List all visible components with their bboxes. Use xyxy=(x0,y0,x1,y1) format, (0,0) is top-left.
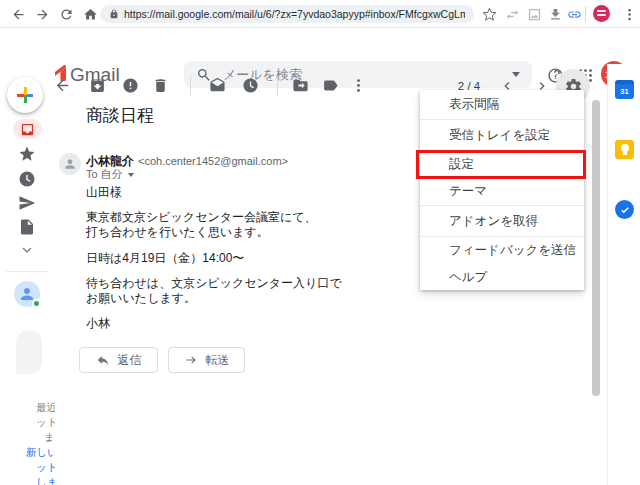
email-body-line: お願いいたします。 xyxy=(86,290,196,307)
browser-forward-icon[interactable] xyxy=(33,5,51,23)
email-body-line: 日時は4月19日（金）14:00〜 xyxy=(86,250,244,267)
extension-sync-icon[interactable] xyxy=(503,5,521,23)
menu-item-settings[interactable]: 設定 xyxy=(420,151,584,178)
back-to-inbox-icon[interactable] xyxy=(53,77,71,95)
keep-icon[interactable] xyxy=(615,140,634,159)
toolbar-separator xyxy=(277,76,278,96)
reply-label: 返信 xyxy=(118,352,142,369)
extension-red-badge-icon[interactable] xyxy=(593,5,610,22)
label-icon[interactable] xyxy=(321,77,339,95)
chat-text-line: ま xyxy=(44,431,55,445)
email-body-line: 山田様 xyxy=(86,184,122,201)
toolbar-separator xyxy=(585,6,586,22)
right-sidebar: 31 xyxy=(607,64,640,485)
compose-plus-icon xyxy=(17,87,33,103)
more-options-icon[interactable] xyxy=(349,77,367,95)
chat-text-line: 最近 xyxy=(36,401,55,415)
to-label: To 自分 xyxy=(86,167,123,182)
tasks-icon[interactable] xyxy=(615,200,634,219)
report-spam-icon[interactable] xyxy=(121,77,139,95)
draft-icon xyxy=(18,218,36,236)
browser-toolbar: https://mail.google.com/mail/u/6/?zx=7yv… xyxy=(0,0,640,28)
inbox-icon xyxy=(20,122,35,137)
online-status-dot xyxy=(32,299,41,308)
chat-contact-avatar[interactable] xyxy=(14,281,40,307)
chat-link-line[interactable]: 新しい xyxy=(26,446,55,460)
sidebar-item-drafts[interactable] xyxy=(18,218,36,236)
chat-panel-text: 最近 ット ま 新しい ット しま xyxy=(0,401,55,485)
address-bar[interactable]: https://mail.google.com/mail/u/6/?zx=7yv… xyxy=(100,5,474,23)
menu-item-get-addons[interactable]: アドオンを取得 xyxy=(420,206,584,236)
search-options-chevron-icon[interactable] xyxy=(512,72,520,77)
menu-item-display-density[interactable]: 表示間隔 xyxy=(420,90,584,119)
move-to-icon[interactable] xyxy=(291,77,309,95)
snooze-icon[interactable] xyxy=(241,77,259,95)
hangouts-watermark-icon xyxy=(16,330,42,374)
scrollbar-thumb[interactable] xyxy=(592,100,600,396)
sidebar-item-snoozed[interactable] xyxy=(18,170,36,188)
person-icon xyxy=(63,157,77,171)
forward-label: 転送 xyxy=(206,352,230,369)
sidebar-item-inbox[interactable] xyxy=(13,119,42,139)
email-body-line: 打ち合わせを行いたく思います。 xyxy=(86,224,269,241)
reply-icon xyxy=(96,353,110,367)
delete-icon[interactable] xyxy=(151,77,169,95)
menu-item-send-feedback[interactable]: フィードバックを送信 xyxy=(420,237,584,264)
settings-dropdown-menu: 表示間隔 受信トレイを設定 設定 テーマ アドオンを取得 フィードバックを送信 … xyxy=(420,90,584,290)
bookmark-star-icon[interactable] xyxy=(480,5,498,23)
gmail-screen: https://mail.google.com/mail/u/6/?zx=7yv… xyxy=(0,0,640,485)
sidebar-more-chevron-icon[interactable] xyxy=(18,241,36,259)
sender-address: <coh.center1452@gmail.com> xyxy=(138,155,288,167)
browser-reload-icon[interactable] xyxy=(57,5,75,23)
sidebar-item-sent[interactable] xyxy=(18,194,36,212)
recipient-row[interactable]: To 自分 xyxy=(86,167,134,182)
menu-item-themes[interactable]: テーマ xyxy=(420,178,584,205)
forward-icon xyxy=(184,353,198,367)
sidebar-item-starred[interactable] xyxy=(18,145,36,163)
toolbar-separator xyxy=(190,76,191,96)
email-subject: 商談日程 xyxy=(86,104,154,127)
mark-unread-icon[interactable] xyxy=(208,77,226,95)
gmail-header: Gmail メールを検索 太郎 xyxy=(0,28,640,64)
reply-button[interactable]: 返信 xyxy=(79,347,158,373)
menu-item-help[interactable]: ヘルプ xyxy=(420,264,584,290)
sender-avatar[interactable] xyxy=(59,153,81,175)
chat-link-line[interactable]: ット xyxy=(36,461,55,475)
sender-name: 小林龍介 xyxy=(86,154,134,168)
extension-image-icon[interactable] xyxy=(525,5,543,23)
compose-button[interactable] xyxy=(7,77,43,113)
forward-button[interactable]: 転送 xyxy=(168,347,245,373)
details-chevron-icon[interactable] xyxy=(128,173,134,177)
chat-link-line[interactable]: しま xyxy=(36,476,55,485)
sidebar-divider xyxy=(6,271,49,272)
browser-home-icon[interactable] xyxy=(81,5,99,23)
calendar-icon[interactable]: 31 xyxy=(615,80,634,99)
lock-icon xyxy=(109,9,119,19)
clock-icon xyxy=(18,170,36,188)
browser-back-icon[interactable] xyxy=(9,5,27,23)
browser-menu-icon[interactable] xyxy=(620,5,638,23)
extension-link-icon[interactable] xyxy=(565,5,583,23)
archive-icon[interactable] xyxy=(88,77,106,95)
send-icon xyxy=(18,194,36,212)
email-body-line: 小林 xyxy=(86,315,110,332)
menu-item-configure-inbox[interactable]: 受信トレイを設定 xyxy=(420,120,584,150)
extension-download-icon[interactable] xyxy=(546,5,564,23)
left-sidebar: 最近 ット ま 新しい ット しま xyxy=(0,64,55,485)
star-icon xyxy=(18,145,36,163)
chat-text-line: ット xyxy=(36,416,55,430)
url-text: https://mail.google.com/mail/u/6/?zx=7yv… xyxy=(124,8,465,20)
